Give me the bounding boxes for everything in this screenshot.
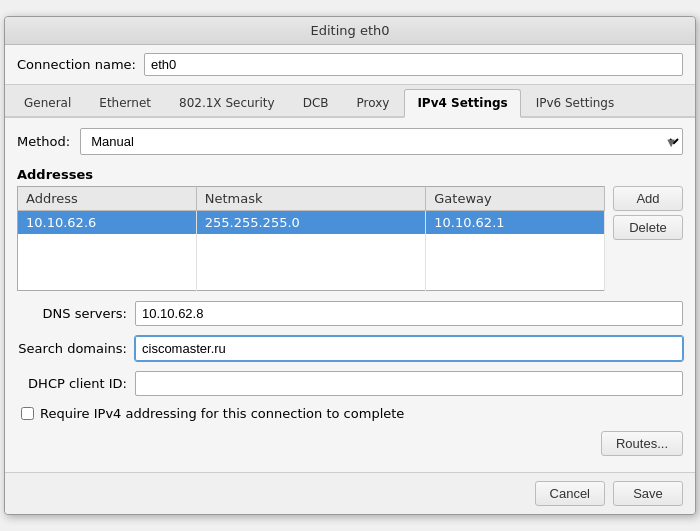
col-header-netmask: Netmask bbox=[196, 187, 426, 211]
tab-8021x-security[interactable]: 802.1X Security bbox=[166, 89, 288, 116]
addresses-table-wrapper: Address Netmask Gateway 10.10.62.6 255.2… bbox=[17, 186, 683, 291]
table-row[interactable]: 10.10.62.6 255.255.255.0 10.10.62.1 bbox=[18, 211, 605, 235]
delete-button[interactable]: Delete bbox=[613, 215, 683, 240]
dhcp-label: DHCP client ID: bbox=[17, 376, 127, 391]
search-domains-row: Search domains: bbox=[17, 336, 683, 361]
cell-netmask: 255.255.255.0 bbox=[196, 211, 426, 235]
save-button[interactable]: Save bbox=[613, 481, 683, 506]
tab-ipv6-settings[interactable]: IPv6 Settings bbox=[523, 89, 628, 116]
method-select[interactable]: Manual Automatic (DHCP) Link-Local Only … bbox=[80, 128, 683, 155]
dhcp-row: DHCP client ID: bbox=[17, 371, 683, 396]
col-header-gateway: Gateway bbox=[426, 187, 605, 211]
addresses-table: Address Netmask Gateway 10.10.62.6 255.2… bbox=[17, 186, 605, 291]
dns-input[interactable] bbox=[135, 301, 683, 326]
require-ipv4-checkbox[interactable] bbox=[21, 407, 34, 420]
connection-name-input[interactable] bbox=[144, 53, 683, 76]
require-ipv4-label: Require IPv4 addressing for this connect… bbox=[40, 406, 404, 421]
require-ipv4-row: Require IPv4 addressing for this connect… bbox=[17, 406, 683, 421]
window-title: Editing eth0 bbox=[310, 23, 389, 38]
method-row: Method: Manual Automatic (DHCP) Link-Loc… bbox=[17, 128, 683, 155]
col-header-address: Address bbox=[18, 187, 197, 211]
dns-label: DNS servers: bbox=[17, 306, 127, 321]
bottom-buttons: Cancel Save bbox=[5, 472, 695, 514]
tab-dcb[interactable]: DCB bbox=[290, 89, 342, 116]
dns-row: DNS servers: bbox=[17, 301, 683, 326]
search-domains-input[interactable] bbox=[135, 336, 683, 361]
ipv4-tab-content: Method: Manual Automatic (DHCP) Link-Loc… bbox=[5, 118, 695, 472]
dhcp-input[interactable] bbox=[135, 371, 683, 396]
tab-general[interactable]: General bbox=[11, 89, 84, 116]
method-label: Method: bbox=[17, 134, 70, 149]
cell-gateway: 10.10.62.1 bbox=[426, 211, 605, 235]
addresses-label: Addresses bbox=[17, 167, 683, 182]
title-bar: Editing eth0 bbox=[5, 17, 695, 45]
tab-proxy[interactable]: Proxy bbox=[344, 89, 403, 116]
addresses-section: Addresses Address Netmask Gateway bbox=[17, 167, 683, 291]
routes-row: Routes... bbox=[17, 431, 683, 456]
connection-name-label: Connection name: bbox=[17, 57, 136, 72]
content-area: Connection name: General Ethernet 802.1X… bbox=[5, 45, 695, 514]
table-row-empty2 bbox=[18, 262, 605, 290]
tabs-bar: General Ethernet 802.1X Security DCB Pro… bbox=[5, 85, 695, 118]
main-window: Editing eth0 Connection name: General Et… bbox=[4, 16, 696, 515]
table-buttons: Add Delete bbox=[613, 186, 683, 291]
routes-button[interactable]: Routes... bbox=[601, 431, 683, 456]
tab-ethernet[interactable]: Ethernet bbox=[86, 89, 164, 116]
cell-address: 10.10.62.6 bbox=[18, 211, 197, 235]
connection-name-row: Connection name: bbox=[5, 45, 695, 85]
method-select-wrapper: Manual Automatic (DHCP) Link-Local Only … bbox=[80, 128, 683, 155]
search-domains-label: Search domains: bbox=[17, 341, 127, 356]
cancel-button[interactable]: Cancel bbox=[535, 481, 605, 506]
tab-ipv4-settings[interactable]: IPv4 Settings bbox=[404, 89, 520, 118]
add-button[interactable]: Add bbox=[613, 186, 683, 211]
table-row-empty bbox=[18, 234, 605, 262]
